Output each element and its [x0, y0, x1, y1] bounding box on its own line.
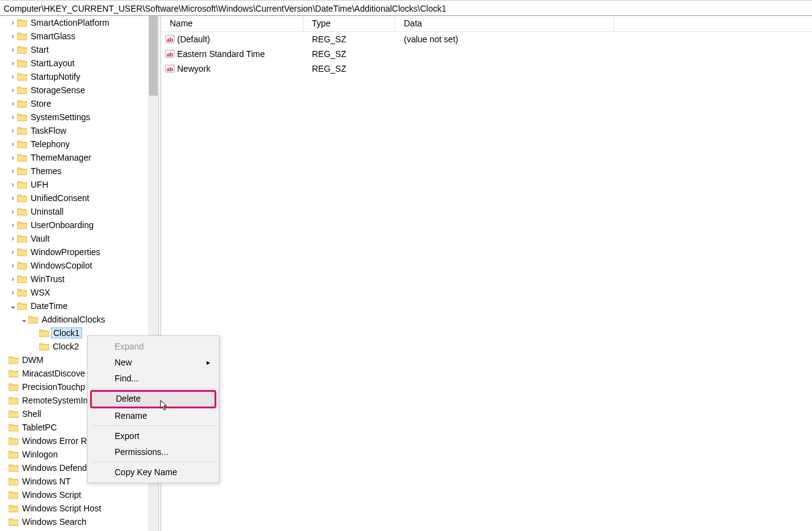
chevron-right-icon[interactable]: ›: [9, 126, 17, 135]
value-row[interactable]: abEastern Standard TimeREG_SZ: [161, 47, 812, 61]
column-header-data[interactable]: Data: [395, 16, 614, 31]
menu-permissions[interactable]: Permissions...: [89, 444, 218, 460]
tree-item-label: TaskFlow: [29, 126, 67, 136]
chevron-right-icon[interactable]: ›: [9, 261, 17, 270]
tree-item[interactable]: ⌄AdditionalClocks: [0, 313, 153, 326]
chevron-right-icon[interactable]: ›: [9, 180, 17, 189]
chevron-down-icon[interactable]: ⌄: [20, 315, 28, 324]
menu-new[interactable]: New ▸: [89, 354, 218, 370]
string-value-icon: ab: [165, 49, 175, 59]
chevron-right-icon[interactable]: ›: [9, 99, 17, 108]
tree-item[interactable]: ›Themes: [0, 164, 153, 178]
folder-icon: [17, 207, 27, 216]
tree-item[interactable]: ⌄DateTime: [0, 299, 153, 313]
folder-icon: [17, 126, 27, 135]
tree-scrollbar-thumb[interactable]: [149, 16, 157, 96]
tree-item-label: Winlogon: [21, 449, 59, 459]
chevron-right-icon[interactable]: ›: [9, 86, 17, 94]
context-menu: Expand New ▸ Find... Delete Rename Expor…: [87, 335, 219, 483]
tree-item-label: WindowsCopilot: [29, 261, 93, 270]
chevron-right-icon[interactable]: ›: [9, 59, 17, 67]
tree-item[interactable]: ›ThemeManager: [0, 151, 153, 164]
tree-item[interactable]: ›Vault: [0, 232, 153, 245]
folder-icon: [17, 194, 27, 202]
tree-item-label: StartLayout: [29, 58, 76, 68]
tree-item-label: DWM: [21, 355, 45, 365]
chevron-down-icon[interactable]: ⌄: [9, 302, 17, 310]
chevron-right-icon[interactable]: ›: [9, 18, 17, 27]
chevron-right-icon[interactable]: ›: [9, 113, 17, 121]
chevron-right-icon[interactable]: ›: [9, 32, 17, 40]
tree-item[interactable]: ›Windows Search: [0, 515, 153, 529]
tree-item[interactable]: ›StartLayout: [0, 56, 153, 70]
tree-item[interactable]: ›SmartActionPlatform: [0, 16, 153, 29]
tree-item-label: Themes: [29, 166, 63, 176]
folder-icon: [17, 45, 27, 54]
tree-item[interactable]: ›Windows Script Host: [0, 502, 153, 515]
tree-item[interactable]: ›WinTrust: [0, 272, 153, 286]
chevron-right-icon[interactable]: ›: [9, 248, 17, 256]
tree-item-label: UserOnboarding: [29, 220, 95, 230]
folder-icon: [17, 275, 27, 283]
column-header-type[interactable]: Type: [303, 16, 395, 31]
tree-item[interactable]: ›Uninstall: [0, 205, 153, 218]
folder-icon: [17, 86, 27, 94]
chevron-right-icon[interactable]: ›: [9, 194, 17, 202]
folder-icon: [17, 153, 27, 162]
folder-icon: [17, 261, 27, 270]
address-bar[interactable]: Computer\HKEY_CURRENT_USER\Software\Micr…: [0, 0, 812, 16]
tree-item[interactable]: ›TaskFlow: [0, 124, 153, 137]
tree-item[interactable]: ›StorageSense: [0, 83, 153, 97]
tree-item-label: DateTime: [29, 301, 69, 311]
value-row[interactable]: abNewyorkREG_SZ: [161, 61, 812, 76]
tree-item[interactable]: ›WSX: [0, 286, 153, 299]
menu-rename[interactable]: Rename: [89, 408, 218, 424]
chevron-right-icon[interactable]: ›: [9, 275, 17, 283]
folder-icon: [9, 410, 18, 418]
value-row[interactable]: ab(Default)REG_SZ(value not set): [161, 32, 812, 47]
tree-item[interactable]: ›UnifiedConsent: [0, 191, 153, 205]
tree-item[interactable]: ›WindowProperties: [0, 245, 153, 259]
column-header-name[interactable]: Name: [161, 16, 303, 31]
tree-item[interactable]: ›Start: [0, 43, 153, 56]
tree-item[interactable]: ›WindowsCopilot: [0, 259, 153, 272]
folder-icon: [17, 248, 27, 256]
chevron-right-icon[interactable]: ›: [9, 207, 17, 216]
value-type: REG_SZ: [303, 49, 395, 59]
folder-icon: [17, 167, 27, 175]
chevron-right-icon[interactable]: ›: [9, 140, 17, 148]
tree-item[interactable]: ›SystemSettings: [0, 110, 153, 124]
tree-item[interactable]: ›SmartGlass: [0, 29, 153, 43]
folder-icon: [17, 302, 27, 310]
menu-find[interactable]: Find...: [89, 370, 218, 386]
tree-item[interactable]: ›Windows Script: [0, 488, 153, 502]
menu-export[interactable]: Export: [89, 428, 218, 444]
folder-icon: [17, 234, 27, 243]
tree-item-label: ThemeManager: [29, 153, 93, 162]
tree-item-label: Shell: [21, 409, 42, 419]
tree-item[interactable]: ›UserOnboarding: [0, 218, 153, 232]
tree-item-label: StartupNotify: [29, 72, 82, 82]
chevron-right-icon[interactable]: ›: [9, 234, 17, 243]
chevron-right-icon[interactable]: ›: [9, 167, 17, 175]
menu-copy-key-name[interactable]: Copy Key Name: [89, 464, 218, 480]
tree-item[interactable]: ›UFH: [0, 178, 153, 191]
tree-item-label: Windows Defender: [21, 463, 96, 473]
tree-item[interactable]: ›Store: [0, 97, 153, 110]
chevron-right-icon[interactable]: ›: [9, 45, 17, 54]
svg-text:ab: ab: [167, 52, 173, 58]
string-value-icon: ab: [165, 64, 175, 74]
chevron-right-icon[interactable]: ›: [9, 221, 17, 229]
tree-item-label: Vault: [29, 234, 51, 243]
chevron-right-icon[interactable]: ›: [9, 72, 17, 81]
menu-new-label: New: [115, 357, 132, 367]
folder-icon: [17, 59, 27, 67]
tree-item[interactable]: ›Telephony: [0, 137, 153, 151]
tree-item-label: Telephony: [29, 139, 71, 149]
menu-delete[interactable]: Delete: [90, 390, 216, 408]
tree-item[interactable]: ›StartupNotify: [0, 70, 153, 83]
chevron-right-icon[interactable]: ›: [9, 153, 17, 162]
value-type: REG_SZ: [303, 64, 395, 74]
chevron-right-icon[interactable]: ›: [9, 288, 17, 297]
folder-icon: [28, 315, 38, 324]
